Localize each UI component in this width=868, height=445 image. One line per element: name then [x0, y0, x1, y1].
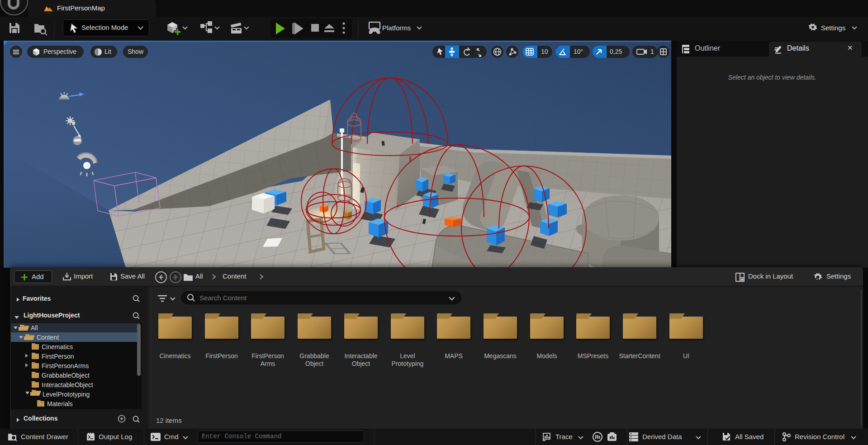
svg-text:FirstPersonArms: FirstPersonArms	[42, 362, 89, 369]
svg-text:Platforms: Platforms	[382, 24, 411, 32]
svg-text:InteractableObject: InteractableObject	[42, 381, 93, 388]
svg-text:FirstPerson: FirstPerson	[42, 353, 74, 360]
svg-text:Settings: Settings	[821, 24, 845, 32]
svg-text:All: All	[31, 324, 38, 331]
svg-text:Materials: Materials	[47, 400, 73, 407]
svg-text:Content: Content	[37, 334, 59, 341]
svg-text:LevelPrototyping: LevelPrototyping	[43, 391, 90, 398]
svg-text:Cinematics: Cinematics	[42, 343, 73, 350]
svg-text:GrabbableObject: GrabbableObject	[42, 372, 90, 379]
